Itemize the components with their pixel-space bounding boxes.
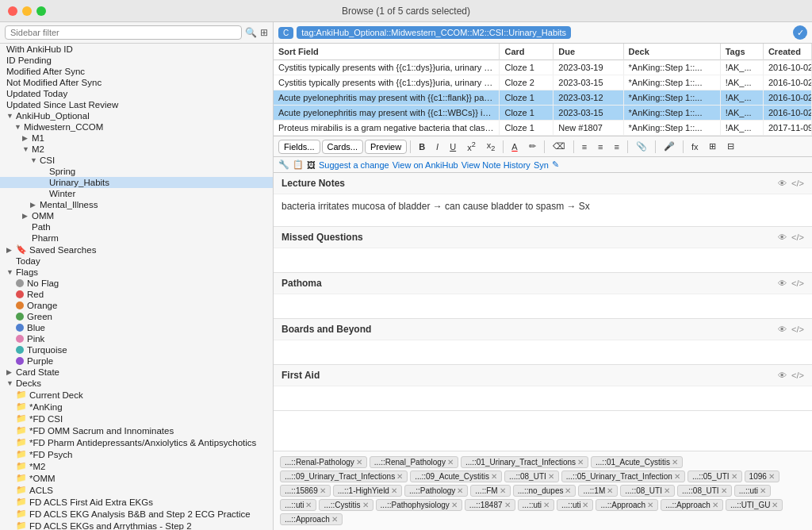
align-button[interactable]: ≡	[610, 140, 624, 153]
maximize-button[interactable]	[36, 6, 46, 16]
sidebar-item-midwestern-ccom[interactable]: ▼Midwestern_CCOM	[0, 121, 273, 132]
tag-remove-button[interactable]: ✕	[362, 501, 369, 509]
sidebar-search-input[interactable]	[5, 25, 242, 40]
sidebar-item-m2-deck[interactable]: 📁*M2	[0, 460, 273, 472]
cards-button[interactable]: Cards...	[322, 140, 364, 154]
eye-icon-5[interactable]: 👁	[778, 371, 787, 380]
tag-remove-button[interactable]: ✕	[451, 501, 458, 509]
view-note-history-button[interactable]: View Note History	[462, 160, 530, 170]
tag-remove-button[interactable]: ✕	[712, 501, 718, 509]
sidebar-item-urinary-habits[interactable]: Urinary_Habits	[0, 177, 273, 188]
tag-remove-button[interactable]: ✕	[391, 486, 397, 495]
col-tags[interactable]: Tags	[720, 44, 763, 60]
edit-button[interactable]: ✎	[552, 159, 559, 170]
code-icon-4[interactable]: </>	[791, 325, 804, 334]
sidebar-item-orange[interactable]: Orange	[0, 300, 273, 311]
sidebar-item-current-deck[interactable]: 📁Current Deck	[0, 389, 273, 401]
table-row[interactable]: Acute pyelonephritis may present with {{…	[274, 106, 812, 121]
sidebar-search-button[interactable]: 🔍	[245, 27, 257, 38]
tag-remove-button[interactable]: ✕	[674, 472, 680, 481]
sidebar-item-decks[interactable]: ▼Decks	[0, 378, 273, 389]
tag-remove-button[interactable]: ✕	[396, 472, 403, 481]
bold-button[interactable]: B	[414, 140, 430, 153]
tag-remove-button[interactable]: ✕	[331, 515, 338, 524]
sidebar-item-m1[interactable]: ▶M1	[0, 132, 273, 144]
sidebar-item-purple[interactable]: Purple	[0, 355, 273, 367]
tag-remove-button[interactable]: ✕	[607, 486, 613, 495]
table-button[interactable]: ⊞	[704, 140, 721, 153]
sidebar-item-with-ankihub-id[interactable]: With AnkiHub ID	[0, 44, 273, 55]
subscript-button[interactable]: x2	[482, 139, 500, 154]
col-deck[interactable]: Deck	[623, 44, 720, 60]
highlight-button[interactable]: ✏	[524, 140, 541, 153]
sidebar-item-card-state[interactable]: ▶Card State	[0, 367, 273, 378]
code-icon-3[interactable]: </>	[791, 278, 804, 288]
sidebar-item-green[interactable]: Green	[0, 311, 273, 322]
tag-remove-button[interactable]: ✕	[457, 486, 463, 495]
tag-remove-button[interactable]: ✕	[356, 458, 362, 467]
remove-table-button[interactable]: ⊟	[722, 140, 739, 153]
eye-icon-3[interactable]: 👁	[778, 278, 787, 288]
col-created[interactable]: Created	[763, 44, 811, 60]
col-card[interactable]: Card	[500, 44, 553, 60]
sidebar-item-turquoise[interactable]: Turquoise	[0, 344, 273, 355]
view-ankihub-button[interactable]: View on AnkiHub	[393, 160, 458, 170]
font-color-button[interactable]: A	[507, 140, 522, 153]
tag-remove-button[interactable]: ✕	[721, 486, 727, 495]
sidebar-filter-button[interactable]: ⊞	[260, 27, 268, 38]
sidebar-item-acls-ekg[interactable]: 📁FD ACLS First Aid Extra EKGs	[0, 496, 273, 508]
sidebar-item-pharm[interactable]: Pharm	[0, 232, 273, 244]
tag-remove-button[interactable]: ✕	[305, 501, 312, 509]
tag-remove-button[interactable]: ✕	[548, 472, 554, 481]
tag-remove-button[interactable]: ✕	[768, 472, 775, 481]
tag-remove-button[interactable]: ✕	[500, 486, 506, 495]
tag-remove-button[interactable]: ✕	[664, 486, 670, 495]
sidebar-item-updated-since-last-review[interactable]: Updated Since Last Review	[0, 99, 273, 110]
sidebar-item-fd-pharm[interactable]: 📁*FD Pharm Antidepressants/Anxiolytics &…	[0, 436, 273, 448]
search-input[interactable]	[574, 27, 790, 38]
sidebar-item-red[interactable]: Red	[0, 289, 273, 300]
sidebar-item-ankihub-optional[interactable]: ▼AnkiHub_Optional	[0, 110, 273, 121]
sidebar-item-id-pending[interactable]: ID Pending	[0, 55, 273, 66]
code-icon[interactable]: </>	[791, 179, 804, 188]
sidebar-item-blue[interactable]: Blue	[0, 322, 273, 333]
tag-remove-button[interactable]: ✕	[447, 458, 454, 467]
tag-remove-button[interactable]: ✕	[504, 501, 511, 509]
sync-button[interactable]: Syn	[534, 160, 549, 170]
eraser-button[interactable]: ⌫	[548, 140, 570, 153]
tag-remove-button[interactable]: ✕	[577, 458, 584, 467]
section-boards-beyond-content[interactable]	[274, 340, 812, 364]
close-button[interactable]	[8, 6, 17, 16]
search-end-button[interactable]: ✓	[793, 25, 807, 40]
equation-button[interactable]: fx	[687, 140, 703, 153]
sidebar-item-csi[interactable]: ▼CSI	[0, 155, 273, 166]
sidebar-item-today[interactable]: Today	[0, 255, 273, 267]
preview-button[interactable]: Preview	[365, 140, 407, 154]
section-lecture-notes-content[interactable]: bacteria irritates mucosa of bladder → c…	[274, 194, 812, 226]
superscript-button[interactable]: x2	[462, 139, 481, 154]
section-pathoma-content[interactable]	[274, 294, 812, 318]
sidebar-item-spring[interactable]: Spring	[0, 166, 273, 177]
sidebar-item-flags[interactable]: ▼Flags	[0, 267, 273, 278]
sidebar-item-no-flag[interactable]: No Flag	[0, 278, 273, 289]
sidebar-item-saved-searches[interactable]: ▶🔖Saved Searches	[0, 244, 273, 255]
table-row[interactable]: Proteus mirabilis is a gram negative bac…	[274, 121, 812, 136]
mic-button[interactable]: 🎤	[659, 140, 680, 153]
tag-remove-button[interactable]: ✕	[647, 501, 653, 509]
table-row[interactable]: Cystitis typically presents with {{c1::d…	[274, 60, 812, 75]
table-row[interactable]: Acute pyelonephritis may present with {{…	[274, 90, 812, 106]
sidebar-item-mental-illness[interactable]: ▶Mental_Illness	[0, 199, 273, 210]
unordered-list-button[interactable]: ≡	[593, 140, 607, 153]
code-icon-2[interactable]: </>	[791, 232, 804, 242]
minimize-button[interactable]	[22, 6, 32, 16]
attach-button[interactable]: 📎	[631, 140, 652, 153]
sidebar-item-fd-omm[interactable]: 📁*FD OMM Sacrum and Innominates	[0, 424, 273, 436]
sidebar-item-acls-ekg2[interactable]: 📁FD ACLS EKG Analysis B&B and Step 2 ECG…	[0, 508, 273, 520]
fields-button[interactable]: Fields...	[278, 140, 320, 154]
tag-remove-button[interactable]: ✕	[760, 486, 766, 495]
eye-icon-2[interactable]: 👁	[778, 232, 787, 242]
tag-remove-button[interactable]: ✕	[320, 486, 326, 495]
tag-remove-button[interactable]: ✕	[543, 501, 550, 509]
italic-button[interactable]: I	[431, 140, 443, 153]
tag-remove-button[interactable]: ✕	[582, 501, 588, 509]
